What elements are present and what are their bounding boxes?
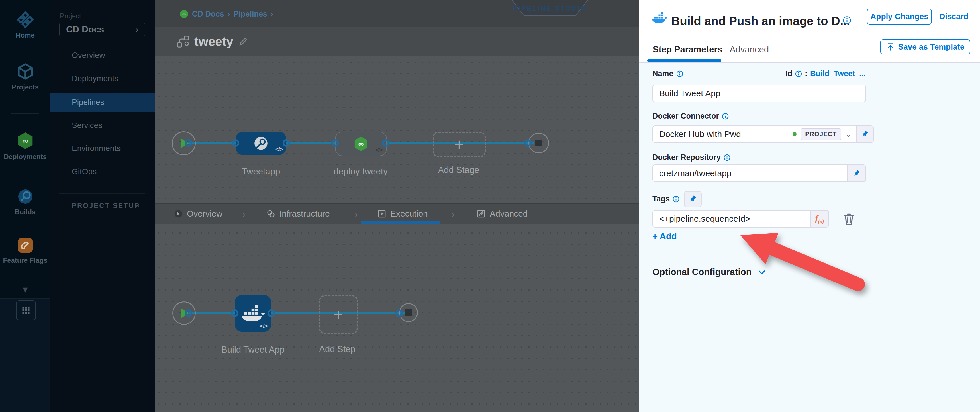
sidebar-item-services[interactable]: Services [72, 121, 102, 130]
rail-label: Builds [15, 208, 36, 216]
id-label: Id [786, 69, 792, 78]
port [232, 139, 239, 147]
tab-advanced[interactable]: Advanced [477, 204, 528, 224]
discard-button[interactable]: Discard [939, 12, 969, 21]
tab-step-advanced[interactable]: Advanced [730, 45, 769, 55]
breadcrumb-link-pipelines[interactable]: Pipelines [234, 10, 267, 19]
tab-label: Infrastructure [280, 209, 330, 218]
project-name: CD Docs [66, 24, 104, 35]
feature-flags-icon [17, 237, 33, 254]
edit-pencil-icon[interactable] [239, 37, 248, 46]
tags-label: Tags [652, 195, 679, 204]
svg-text:∞: ∞ [182, 12, 185, 16]
rail-item-feature-flags[interactable]: Feature Flags [0, 237, 51, 264]
repository-pin-segment[interactable] [847, 165, 865, 181]
harness-cd-icon: ∞ [180, 10, 189, 19]
info-icon[interactable] [722, 113, 729, 120]
pin-icon [689, 195, 697, 203]
save-as-template-label: Save as Template [898, 43, 965, 52]
tab-execution[interactable]: Execution [377, 204, 428, 224]
apply-changes-button[interactable]: Apply Changes [867, 8, 932, 24]
drawer-tabs: Step Parameters Advanced Save as Templat… [639, 35, 980, 63]
svg-text:∞: ∞ [22, 136, 28, 145]
docker-connector-label: Docker Connector [652, 112, 729, 121]
breadcrumb-bar: ∞ CD Docs › Pipelines › PIPELINE STUDIO … [155, 0, 639, 27]
chevron-down-icon[interactable]: ⌄ [134, 200, 141, 209]
breadcrumb-link-project[interactable]: CD Docs [192, 10, 224, 19]
pipeline-canvas[interactable]: </> ∞ </> + Tweetapp deploy tweety Add S… [155, 56, 639, 412]
chevron-down-icon[interactable]: ⌄ [845, 130, 851, 139]
save-as-template-button[interactable]: Save as Template [880, 39, 970, 54]
tab-overview[interactable]: Overview [174, 204, 223, 224]
step-id-link[interactable]: Build_Tweet_... [810, 69, 866, 78]
name-field-label: Name [652, 69, 683, 78]
info-icon[interactable] [724, 154, 730, 161]
sidebar-item-pipelines[interactable]: Pipelines [51, 92, 155, 112]
step-node-build-tweet-app[interactable]: </> [235, 295, 271, 332]
connector-pin-segment[interactable] [856, 126, 873, 142]
sidebar-item-deployments[interactable]: Deployments [72, 74, 118, 83]
rail-item-deployments[interactable]: ∞ Deployments [0, 132, 51, 161]
rail-collapse-chevron-icon[interactable]: ▼ [0, 285, 51, 294]
cd-stage-icon: ∞ [353, 136, 369, 152]
sidebar-item-label: Pipelines [72, 98, 104, 107]
tab-label: Execution [390, 209, 428, 218]
stage-label: deploy tweety [334, 166, 388, 177]
name-input[interactable] [653, 89, 865, 98]
projects-cube-icon [16, 63, 34, 80]
rail-item-projects[interactable]: Projects [0, 63, 51, 91]
info-icon[interactable] [795, 70, 802, 77]
stage-label: Tweetapp [242, 166, 280, 177]
port [382, 139, 390, 147]
docker-whale-icon [241, 304, 265, 323]
scope-chip: PROJECT [800, 128, 841, 140]
code-glyph: </> [375, 146, 382, 153]
tab-infrastructure[interactable]: Infrastructure [266, 204, 330, 224]
pipeline-title-group: tweety [177, 35, 248, 49]
stage-node-tweetapp[interactable]: </> [235, 132, 286, 155]
pipeline-name: tweety [194, 35, 233, 49]
docker-repository-input[interactable] [653, 169, 847, 178]
tab-step-parameters[interactable]: Step Parameters [653, 45, 722, 55]
code-glyph: </> [260, 323, 267, 329]
pipeline-title-bar: tweety VISUAL YAML [155, 27, 639, 57]
ci-stage-icon [253, 136, 268, 151]
sidebar-item-overview[interactable]: Overview [72, 51, 105, 60]
info-icon[interactable] [676, 70, 683, 77]
breadcrumb-separator: › [228, 10, 230, 19]
pipeline-studio-badge: PIPELINE STUDIO [511, 0, 588, 16]
add-step-button[interactable]: + [319, 295, 358, 334]
name-input-wrap [652, 84, 866, 102]
port [267, 309, 275, 317]
docker-connector-input[interactable] [653, 129, 792, 139]
chevron-right-icon: › [135, 25, 138, 35]
infrastructure-tab-icon [266, 209, 275, 218]
rail-item-builds[interactable]: Builds [0, 188, 51, 216]
tags-pin-button[interactable] [684, 191, 702, 207]
info-icon[interactable] [673, 196, 679, 203]
add-stage-button[interactable]: + [433, 132, 486, 157]
docker-connector-field[interactable]: PROJECT ⌄ [652, 126, 874, 143]
rail-divider [11, 113, 39, 114]
port [231, 309, 239, 317]
rail-item-home[interactable]: Home [0, 11, 51, 39]
pipeline-icon [177, 35, 189, 48]
project-setup-section[interactable]: PROJECT SETUP [72, 202, 140, 210]
stage-label: Add Stage [438, 165, 479, 175]
info-icon[interactable] [843, 16, 851, 24]
stage-node-deploy-tweety[interactable]: ∞ </> [335, 132, 387, 156]
chevron-separator-icon: › [452, 208, 455, 220]
add-tag-link[interactable]: + Add [652, 231, 677, 242]
step-flow-line [189, 312, 409, 314]
sidebar-item-environments[interactable]: Environments [72, 144, 121, 153]
home-harness-icon [16, 11, 34, 29]
grid-icon [22, 306, 30, 315]
overview-tab-icon [174, 209, 183, 218]
breadcrumb: ∞ CD Docs › Pipelines › [180, 10, 273, 19]
project-selector[interactable]: CD Docs › [59, 22, 145, 37]
step-title: Build and Push an image to D... [671, 14, 850, 28]
svg-text:∞: ∞ [358, 140, 364, 148]
sidebar-item-gitops[interactable]: GitOps [72, 167, 97, 176]
plus-icon: + [454, 136, 464, 153]
module-grid-button[interactable] [16, 300, 36, 320]
